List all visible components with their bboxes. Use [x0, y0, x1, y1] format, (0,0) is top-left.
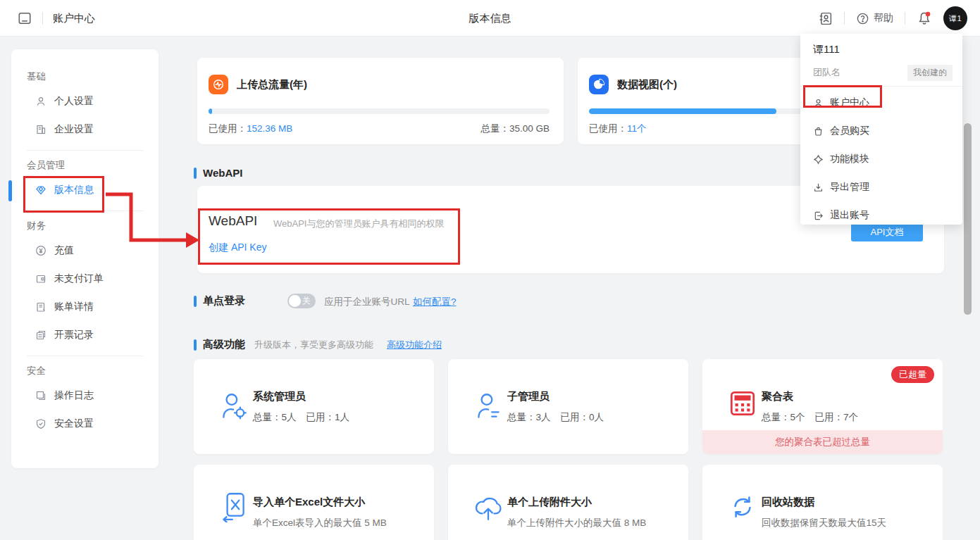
page-scrollbar-thumb[interactable]: [964, 123, 972, 315]
sidebar-item-recharge[interactable]: 充值: [11, 237, 159, 265]
sso-desc: 应用于企业账号URL: [324, 296, 410, 308]
recycle-icon: [726, 490, 759, 522]
excel-import-card: 导入单个Excel文件大小 单个Excel表导入的最大值 5 MB: [194, 465, 434, 540]
sidebar-item-label: 版本信息: [54, 184, 94, 196]
used-amount: 已使用：152.36 MB: [209, 123, 292, 135]
used-amount: 已使用：11个: [589, 123, 647, 135]
menu-item-label: 会员购买: [830, 125, 869, 137]
menu-item-member-purchase[interactable]: 会员购买: [800, 117, 962, 145]
menu-item-account-center[interactable]: 账户中心: [800, 89, 962, 117]
building-icon: [35, 124, 46, 135]
feature-title: 系统管理员: [253, 390, 306, 403]
webapi-title: WebAPI: [209, 213, 257, 229]
modules-icon: [813, 154, 824, 165]
sidebar-item-version-info[interactable]: 版本信息: [11, 176, 159, 204]
header-divider: [905, 12, 905, 25]
section-title: 单点登录: [203, 294, 245, 308]
create-api-key-link[interactable]: 创建 API Key: [209, 241, 266, 254]
created-by-me-badge: 我创建的: [907, 65, 953, 81]
sidebar-item-personal-settings[interactable]: 个人设置: [11, 87, 159, 115]
sidebar-item-label: 开票记录: [54, 329, 94, 341]
over-quota-badge: 已超量: [891, 366, 934, 383]
sidebar-item-security-settings[interactable]: 安全设置: [11, 410, 159, 438]
notifications-bell-icon[interactable]: [917, 11, 932, 26]
attachment-size-card: 单个上传附件大小 单个上传附件大小的最大值 8 MB: [448, 465, 688, 540]
sidebar-divider: [27, 150, 143, 151]
sidebar-item-unpaid-orders[interactable]: 未支付订单: [11, 265, 159, 293]
traffic-icon: [209, 75, 228, 94]
aggregate-table-icon: [726, 387, 759, 420]
feature-desc: 单个Excel表导入的最大值 5 MB: [253, 517, 387, 529]
usage-card-title: 数据视图(个): [617, 78, 677, 92]
over-quota-warning: 您的聚合表已超过总量: [702, 430, 943, 454]
total-amount: 总量：35.00 GB: [480, 123, 550, 135]
toggle-knob: [289, 295, 301, 307]
dropdown-divider: [800, 86, 962, 87]
feature-title: 回收站数据: [762, 496, 814, 509]
sidebar-item-bill-details[interactable]: 账单详情: [11, 293, 159, 321]
sidebar-divider: [27, 356, 143, 356]
wallet-icon: [35, 273, 46, 284]
download-icon: [813, 182, 824, 193]
contacts-icon[interactable]: [818, 11, 833, 26]
sub-admin-card: 子管理员 总量：3人已用：0人: [448, 359, 688, 454]
yen-circle-icon: [35, 245, 46, 256]
traffic-progress-bar: [209, 108, 550, 114]
menu-item-label: 账户中心: [830, 96, 869, 109]
help-button[interactable]: 帮助: [856, 12, 893, 25]
usage-card-title: 上传总流量(年): [237, 78, 307, 92]
section-title: WebAPI: [203, 167, 242, 179]
sidebar-item-label: 个人设置: [54, 95, 94, 108]
user-icon: [813, 98, 824, 108]
menu-item-label: 退出账号: [830, 209, 869, 222]
feature-stats: 总量：5个已用：7个: [762, 411, 858, 424]
feature-title: 子管理员: [507, 390, 550, 403]
feature-desc: 回收数据保留天数最大值15天: [762, 517, 886, 529]
menu-item-label: 导出管理: [830, 181, 869, 194]
sidebar-item-invoice-records[interactable]: 开票记录: [11, 321, 159, 349]
sidebar-item-label: 账单详情: [54, 301, 94, 313]
bill-icon: [35, 301, 46, 313]
logs-icon: [35, 390, 46, 401]
system-admin-icon: [218, 390, 250, 422]
active-item-indicator: [8, 180, 12, 201]
diamond-icon: [35, 184, 46, 196]
menu-item-export-management[interactable]: 导出管理: [800, 173, 962, 201]
sidebar-item-label: 充值: [54, 244, 74, 257]
section-accent-bar: [194, 168, 197, 179]
sidebar-section-basic: 基础: [11, 69, 159, 84]
section-title: 高级功能: [203, 338, 245, 351]
feature-stats: 总量：3人已用：0人: [507, 411, 604, 424]
sso-config-link[interactable]: 如何配置?: [413, 296, 457, 308]
top-header: 账户中心 版本信息 帮助 谭1: [0, 0, 980, 37]
feature-title: 导入单个Excel文件大小: [253, 496, 365, 509]
shield-check-icon: [35, 418, 46, 429]
sidebar-item-label: 未支付订单: [54, 272, 104, 285]
feature-stats: 总量：5人已用：1人: [253, 411, 349, 424]
sidebar-section-security: 安全: [11, 363, 159, 379]
section-accent-bar: [194, 339, 197, 351]
invoice-icon: [35, 329, 46, 341]
advanced-section-header: 高级功能 升级版本，享受更多高级功能 高级功能介绍: [194, 338, 442, 351]
section-accent-bar: [194, 296, 197, 307]
sidebar-divider: [27, 211, 143, 211]
header-divider: [844, 12, 845, 25]
recycle-bin-card: 回收站数据 回收数据保留天数最大值15天: [702, 465, 943, 540]
sidebar-item-label: 安全设置: [54, 417, 94, 430]
advanced-intro-link[interactable]: 高级功能介绍: [387, 339, 442, 351]
avatar[interactable]: 谭1: [943, 6, 967, 30]
menu-item-function-modules[interactable]: 功能模块: [800, 145, 962, 173]
sidebar-item-enterprise-settings[interactable]: 企业设置: [11, 115, 159, 144]
excel-import-icon: [218, 490, 250, 522]
sidebar-item-operation-logs[interactable]: 操作日志: [11, 382, 159, 410]
user-icon: [35, 96, 46, 107]
dropdown-username: 谭111: [813, 43, 840, 56]
sso-toggle[interactable]: 关: [287, 294, 316, 308]
system-admin-card: 系统管理员 总量：5人已用：1人: [194, 359, 434, 454]
menu-item-logout[interactable]: 退出账号: [800, 201, 962, 230]
shopping-bag-icon: [813, 126, 824, 137]
toggle-state-label: 关: [302, 294, 311, 308]
feature-title: 聚合表: [762, 390, 793, 403]
sidebar-item-label: 操作日志: [54, 389, 94, 402]
sso-section-header: 单点登录: [194, 294, 245, 308]
